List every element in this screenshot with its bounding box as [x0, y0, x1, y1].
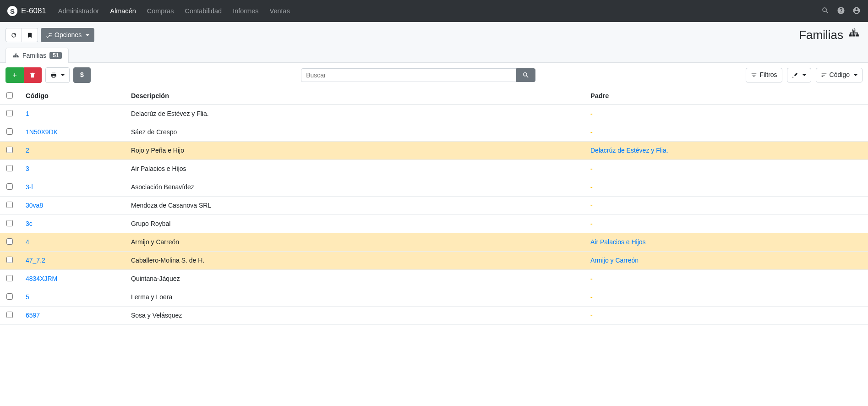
- nav-link-ventas[interactable]: Ventas: [265, 1, 295, 21]
- table-row[interactable]: 1Delacrúz de Estévez y Flia.-: [0, 104, 868, 123]
- nav-link-almacén[interactable]: Almacén: [105, 1, 140, 21]
- currency-button-label: $: [80, 71, 84, 80]
- refresh-button[interactable]: [5, 28, 22, 43]
- table-row[interactable]: 4Armijo y CarreónAir Palacios e Hijos: [0, 233, 868, 251]
- tab-familias[interactable]: Familias 51: [5, 48, 69, 63]
- row-checkbox[interactable]: [6, 312, 13, 318]
- table-row[interactable]: 3Air Palacios e Hijos-: [0, 159, 868, 178]
- row-parent-empty: -: [590, 293, 593, 301]
- families-table: Código Descripción Padre 1Delacrúz de Es…: [0, 88, 868, 325]
- options-button-label: Opciones: [55, 31, 82, 40]
- row-checkbox[interactable]: [6, 128, 13, 135]
- row-parent-link[interactable]: Armijo y Carreón: [590, 257, 639, 264]
- row-checkbox[interactable]: [6, 275, 13, 281]
- delete-button[interactable]: [24, 67, 42, 83]
- row-code-link[interactable]: 3: [26, 165, 29, 172]
- help-icon[interactable]: [837, 6, 845, 16]
- page-title: Familias: [799, 27, 863, 43]
- main-nav: AdministradorAlmacénComprasContabilidadI…: [54, 1, 295, 21]
- header-codigo[interactable]: Código: [19, 88, 125, 105]
- row-parent-link[interactable]: Air Palacios e Hijos: [590, 238, 646, 246]
- sitemap-icon: [848, 27, 860, 43]
- row-parent-empty: -: [590, 202, 593, 209]
- row-description: Lerma y Loera: [125, 288, 584, 306]
- row-code-link[interactable]: 6597: [26, 312, 40, 319]
- nav-link-informes[interactable]: Informes: [228, 1, 263, 21]
- row-description: Sáez de Crespo: [125, 123, 584, 141]
- table-row[interactable]: 3cGrupo Roybal-: [0, 214, 868, 233]
- select-all-checkbox[interactable]: [6, 92, 13, 99]
- search-box: [301, 68, 535, 82]
- row-description: Rojo y Peña e Hijo: [125, 141, 584, 159]
- row-checkbox[interactable]: [6, 257, 13, 263]
- nav-link-administrador[interactable]: Administrador: [54, 1, 104, 21]
- row-code-link[interactable]: 3-l: [26, 183, 33, 191]
- sort-button-label: Código: [830, 71, 850, 80]
- page-subheader: Opciones Familias Familias 51: [0, 22, 868, 63]
- add-button[interactable]: [5, 67, 24, 83]
- row-parent-empty: -: [590, 128, 593, 136]
- bookmark-button[interactable]: [22, 28, 38, 43]
- row-parent-link[interactable]: Delacrúz de Estévez y Flia.: [590, 147, 668, 154]
- currency-button[interactable]: $: [73, 67, 91, 83]
- row-description: Caballero-Molina S. de H.: [125, 251, 584, 269]
- table-row[interactable]: 4834XJRMQuintana-Jáquez-: [0, 269, 868, 288]
- row-checkbox[interactable]: [6, 220, 13, 226]
- header-descripcion[interactable]: Descripción: [125, 88, 584, 105]
- row-code-link[interactable]: 3c: [26, 220, 33, 227]
- sitemap-icon: [12, 52, 19, 59]
- row-checkbox[interactable]: [6, 202, 13, 208]
- row-description: Quintana-Jáquez: [125, 269, 584, 288]
- row-code-link[interactable]: 2: [26, 147, 29, 154]
- filters-button-label: Filtros: [759, 71, 777, 80]
- brand-logo-icon: S: [7, 6, 17, 16]
- table-row[interactable]: 6597Sosa y Velásquez-: [0, 306, 868, 324]
- nav-link-compras[interactable]: Compras: [142, 1, 179, 21]
- row-code-link[interactable]: 1N50X9DK: [26, 128, 58, 136]
- row-code-link[interactable]: 4834XJRM: [26, 275, 57, 282]
- row-parent-empty: -: [590, 275, 593, 282]
- sort-dropdown-button[interactable]: Código: [816, 68, 863, 82]
- brand[interactable]: S E-6081: [7, 6, 46, 16]
- print-dropdown-button[interactable]: [45, 67, 70, 83]
- table-row[interactable]: 2Rojo y Peña e HijoDelacrúz de Estévez y…: [0, 141, 868, 159]
- brand-text: E-6081: [21, 6, 46, 16]
- filters-button[interactable]: Filtros: [746, 68, 782, 82]
- list-toolbar: $ Filtros Código: [0, 63, 868, 88]
- row-description: Delacrúz de Estévez y Flia.: [125, 104, 584, 123]
- row-checkbox[interactable]: [6, 293, 13, 300]
- row-checkbox[interactable]: [6, 238, 13, 245]
- row-code-link[interactable]: 5: [26, 293, 29, 301]
- row-checkbox[interactable]: [6, 183, 13, 190]
- table-row[interactable]: 5Lerma y Loera-: [0, 288, 868, 306]
- row-parent-empty: -: [590, 110, 593, 117]
- row-parent-empty: -: [590, 220, 593, 227]
- row-code-link[interactable]: 47_7.2: [26, 257, 45, 264]
- row-description: Grupo Roybal: [125, 214, 584, 233]
- row-code-link[interactable]: 30va8: [26, 202, 43, 209]
- tab-familias-label: Familias: [22, 52, 46, 59]
- table-row[interactable]: 30va8Mendoza de Casanova SRL-: [0, 196, 868, 214]
- navbar-actions: [821, 6, 861, 16]
- user-account-icon[interactable]: [852, 6, 861, 16]
- table-row[interactable]: 1N50X9DKSáez de Crespo-: [0, 123, 868, 141]
- page-title-text: Familias: [799, 28, 843, 42]
- row-description: Mendoza de Casanova SRL: [125, 196, 584, 214]
- row-checkbox[interactable]: [6, 147, 13, 153]
- row-code-link[interactable]: 4: [26, 238, 29, 246]
- row-checkbox[interactable]: [6, 165, 13, 171]
- search-icon[interactable]: [821, 6, 830, 16]
- row-description: Air Palacios e Hijos: [125, 159, 584, 178]
- row-description: Asociación Benavídez: [125, 178, 584, 196]
- row-checkbox[interactable]: [6, 110, 13, 116]
- search-submit-button[interactable]: [516, 68, 535, 82]
- search-input[interactable]: [301, 68, 516, 82]
- table-row[interactable]: 3-lAsociación Benavídez-: [0, 178, 868, 196]
- header-padre[interactable]: Padre: [584, 88, 868, 105]
- nav-link-contabilidad[interactable]: Contabilidad: [180, 1, 227, 21]
- color-dropdown-button[interactable]: [787, 68, 811, 82]
- row-parent-empty: -: [590, 165, 593, 172]
- row-code-link[interactable]: 1: [26, 110, 29, 117]
- options-dropdown-button[interactable]: Opciones: [41, 28, 94, 43]
- table-row[interactable]: 47_7.2Caballero-Molina S. de H.Armijo y …: [0, 251, 868, 269]
